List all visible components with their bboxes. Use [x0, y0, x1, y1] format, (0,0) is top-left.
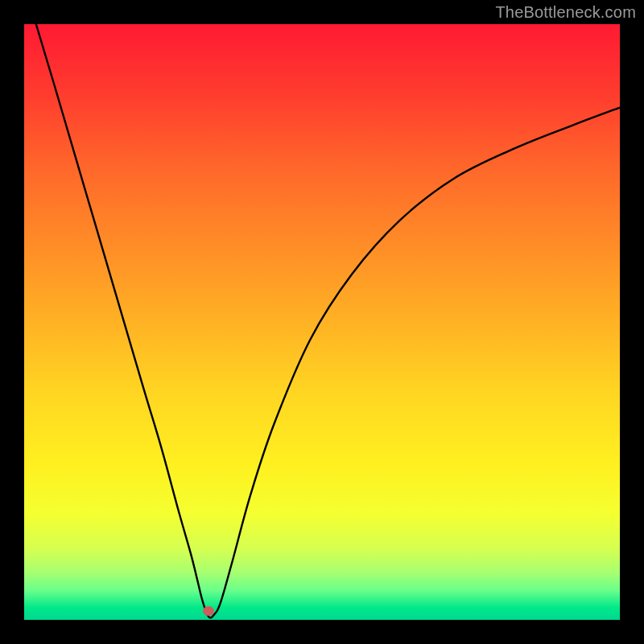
optimum-marker [203, 606, 214, 616]
watermark-text: TheBottleneck.com [495, 3, 636, 22]
chart-frame: TheBottleneck.com [0, 0, 644, 644]
bottleneck-curve [24, 24, 620, 620]
plot-area [24, 24, 620, 620]
